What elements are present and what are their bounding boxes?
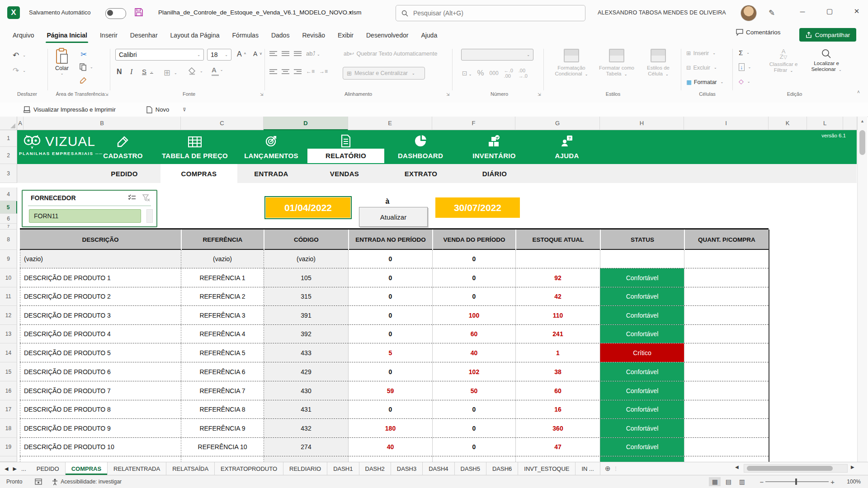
zoom-out-icon[interactable]: − xyxy=(760,478,764,486)
new-button[interactable]: Novo xyxy=(146,106,169,113)
share-button[interactable]: Compartilhar xyxy=(799,28,856,42)
redo-button[interactable]: ↷⌄ xyxy=(13,66,26,75)
row-header-9[interactable]: 9 xyxy=(0,250,17,268)
format-as-table-button[interactable]: Formatar como Tabela ⌄ xyxy=(595,49,638,77)
cell-code[interactable]: 431 xyxy=(264,400,348,418)
cell-entrada[interactable]: 0 xyxy=(348,325,432,343)
row-header-1[interactable]: 1 xyxy=(0,130,17,147)
cell-ref[interactable]: REFERÊNCIA 6 xyxy=(181,362,264,381)
cell-status[interactable]: Confortável xyxy=(600,381,684,400)
conditional-formatting-button[interactable]: Formatação Condicional ⌄ xyxy=(550,49,593,77)
slicer-scrollbar[interactable] xyxy=(146,209,153,223)
row-header-3[interactable]: 3 xyxy=(0,164,17,183)
column-header-K[interactable]: K xyxy=(769,117,807,130)
cell-desc[interactable]: DESCRIÇÃO DE PRODUTO 4 xyxy=(20,325,181,343)
clear-filter-icon[interactable] xyxy=(142,194,150,202)
column-header-F[interactable]: F xyxy=(432,117,515,130)
autosum-button[interactable]: Σ⌄ xyxy=(739,49,750,56)
cell-quant[interactable] xyxy=(684,419,769,437)
ribbon-tab-dados[interactable]: Dados xyxy=(265,26,296,44)
column-header-E[interactable]: E xyxy=(348,117,432,130)
cell-desc[interactable]: DESCRIÇÃO DE PRODUTO 5 xyxy=(20,343,181,362)
underline-button[interactable]: S⌄ xyxy=(142,68,153,75)
app-tab-relat-rio[interactable]: RELATÓRIO xyxy=(307,132,384,164)
column-header-C[interactable]: C xyxy=(181,117,264,130)
app-tab-tabela-de-pre-o[interactable]: TABELA DE PREÇO xyxy=(156,132,233,164)
bold-button[interactable]: N xyxy=(117,68,122,76)
italic-button[interactable]: I xyxy=(130,68,132,76)
align-top-icon[interactable] xyxy=(269,50,277,57)
increase-decimal-icon[interactable]: ←.0.00 xyxy=(504,68,513,79)
zoom-in-icon[interactable]: + xyxy=(830,478,835,486)
cell-venda[interactable]: 0 xyxy=(432,456,515,462)
copy-button[interactable]: ⌄ xyxy=(80,63,93,71)
cell-quant[interactable] xyxy=(684,268,769,287)
delete-cells-button[interactable]: ⊟Excluir⌄ xyxy=(686,64,717,71)
document-title-caret-icon[interactable]: ▼ xyxy=(348,10,353,15)
ribbon-tab-exibir[interactable]: Exibir xyxy=(331,26,360,44)
row-header-4[interactable]: 4 xyxy=(0,188,17,201)
new-sheet-icon[interactable]: ⊕ xyxy=(605,465,611,473)
page-break-view-icon[interactable]: ▥ xyxy=(736,477,748,486)
cell-desc[interactable]: DESCRIÇÃO DE PRODUTO 8 xyxy=(20,400,181,418)
merge-center-button[interactable]: ⊞Mesclar e Centralizar⌄ xyxy=(343,67,425,80)
row-header-12[interactable]: 12 xyxy=(0,306,17,325)
row-header-2[interactable]: 2 xyxy=(0,147,17,164)
cell-estoque[interactable]: 47 xyxy=(515,438,600,456)
subtab-di-rio[interactable]: DIÁRIO xyxy=(456,164,533,183)
cell-quant[interactable] xyxy=(684,250,769,268)
hscroll-right-icon[interactable]: ▶ xyxy=(851,465,854,469)
minimize-button[interactable]: ─ xyxy=(792,0,813,23)
cell-desc[interactable]: DESCRIÇÃO DE PRODUTO 7 xyxy=(20,381,181,400)
save-icon[interactable] xyxy=(134,7,144,17)
cell-quant[interactable] xyxy=(684,381,769,400)
cell-code[interactable]: 274 xyxy=(264,438,348,456)
cell-estoque[interactable]: 16 xyxy=(515,400,600,418)
cell-entrada[interactable]: 0 xyxy=(348,362,432,381)
cell-ref[interactable]: REFERÊNCIA 11 xyxy=(181,456,264,462)
document-title[interactable]: Planilha_de_Controle_de_Estoque_e_Venda_… xyxy=(158,9,362,16)
sheet-overflow-left[interactable]: ... xyxy=(21,465,26,472)
cell-entrada[interactable]: 50 xyxy=(348,456,432,462)
cell-entrada[interactable]: 5 xyxy=(348,343,432,362)
cell-code[interactable]: 432 xyxy=(264,419,348,437)
dialog-launcher-icon[interactable]: ⇲ xyxy=(260,92,264,97)
dialog-launcher-icon[interactable]: ⇲ xyxy=(446,92,450,97)
subtab-extrato[interactable]: EXTRATO xyxy=(382,164,459,183)
cell-desc[interactable]: DESCRIÇÃO DE PRODUTO 10 xyxy=(20,438,181,456)
sheet-tab-pedido[interactable]: PEDIDO xyxy=(31,462,66,475)
column-header-D[interactable]: D xyxy=(264,117,348,130)
number-format-select[interactable]: ⌄ xyxy=(461,49,533,61)
print-preview-button[interactable]: Visualizar Impressão e Imprimir xyxy=(24,106,116,113)
cell-status[interactable]: Confortável xyxy=(600,400,684,418)
cell-entrada[interactable]: 0 xyxy=(348,268,432,287)
dialog-launcher-icon[interactable]: ⇲ xyxy=(538,92,541,97)
subtab-vendas[interactable]: VENDAS xyxy=(306,164,383,183)
cell-code[interactable]: 392 xyxy=(264,325,348,343)
horizontal-scroll-thumb[interactable] xyxy=(747,466,833,471)
cell-venda[interactable]: 0 xyxy=(432,438,515,456)
slicer-item-forn11[interactable]: FORN11 xyxy=(29,209,141,223)
cell-venda[interactable]: 100 xyxy=(432,306,515,324)
cell-quant[interactable] xyxy=(684,343,769,362)
cell-desc[interactable]: DESCRIÇÃO DE PRODUTO 2 xyxy=(20,287,181,305)
cell-ref[interactable]: REFERÊNCIA 1 xyxy=(181,268,264,287)
cell-venda[interactable]: 50 xyxy=(432,381,515,400)
sheet-tab-dash5[interactable]: DASH5 xyxy=(455,462,486,475)
tabbar-splitter-icon[interactable]: ⋮ xyxy=(613,466,618,472)
zoom-level[interactable]: 100% xyxy=(843,479,861,485)
cell-venda[interactable]: 40 xyxy=(432,343,515,362)
comments-button[interactable]: Comentários xyxy=(736,29,781,36)
column-header-G[interactable]: G xyxy=(515,117,600,130)
cell-desc[interactable]: (vazio) xyxy=(20,250,181,268)
decrease-decimal-icon[interactable]: .00→.0 xyxy=(519,68,528,79)
cell-venda[interactable]: 0 xyxy=(432,287,515,305)
page-layout-view-icon[interactable]: ▤ xyxy=(722,477,734,486)
row-header-11[interactable]: 11 xyxy=(0,287,17,306)
cell-entrada[interactable]: 0 xyxy=(348,400,432,418)
ribbon-collapse-icon[interactable]: ˄ xyxy=(857,89,860,94)
cell-ref[interactable]: REFERÊNCIA 4 xyxy=(181,325,264,343)
select-all-corner[interactable] xyxy=(0,117,17,130)
macro-record-icon[interactable] xyxy=(35,479,42,485)
cell-entrada[interactable]: 0 xyxy=(348,287,432,305)
